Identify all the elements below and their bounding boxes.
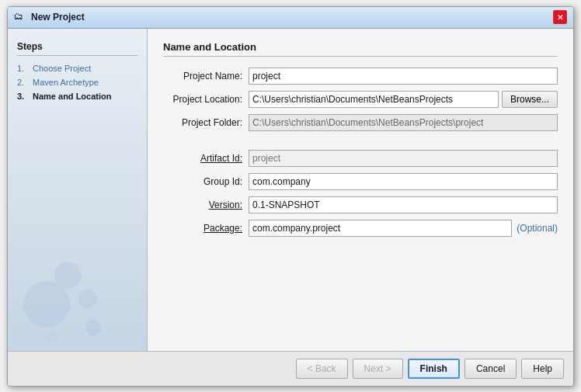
new-project-dialog: 🗂 New Project ✕ Steps 1. Choose Project … <box>7 6 574 387</box>
project-name-row: Project Name: <box>163 68 558 85</box>
finish-button[interactable]: Finish <box>408 359 460 379</box>
project-location-input[interactable] <box>249 91 499 108</box>
bubble-3 <box>78 289 97 308</box>
project-location-row: Project Location: Browse... <box>163 91 558 108</box>
bubble-4 <box>85 320 101 335</box>
next-button[interactable]: Next > <box>353 359 403 379</box>
project-name-input[interactable] <box>249 68 558 85</box>
package-row: Package: (Optional) <box>163 220 558 237</box>
project-folder-label: Project Folder: <box>163 117 249 128</box>
bubble-2 <box>54 262 82 289</box>
sidebar: Steps 1. Choose Project 2. Maven Archety… <box>8 29 148 351</box>
main-content: Name and Location Project Name: Project … <box>148 29 573 351</box>
close-button[interactable]: ✕ <box>553 10 567 24</box>
group-id-label: Group Id: <box>163 176 249 187</box>
version-row: Version: <box>163 196 558 213</box>
title-bar-left: 🗂 New Project <box>14 11 85 23</box>
back-button[interactable]: < Back <box>296 359 348 379</box>
dialog-body: Steps 1. Choose Project 2. Maven Archety… <box>8 29 573 351</box>
artifact-id-row: Artifact Id: <box>163 150 558 167</box>
project-location-label: Project Location: <box>163 94 249 105</box>
title-bar: 🗂 New Project ✕ <box>8 7 573 29</box>
version-label: Version: <box>163 199 249 210</box>
step-1-label: Choose Project <box>33 64 91 73</box>
group-id-input[interactable] <box>249 173 558 190</box>
sidebar-title: Steps <box>17 41 137 56</box>
form-spacer <box>163 137 558 150</box>
dialog-icon: 🗂 <box>14 11 26 23</box>
package-label: Package: <box>163 223 249 234</box>
project-name-label: Project Name: <box>163 71 249 82</box>
step-3-label: Name and Location <box>33 92 111 101</box>
sidebar-decoration <box>8 258 147 351</box>
help-button[interactable]: Help <box>521 359 564 379</box>
project-folder-row: Project Folder: <box>163 114 558 131</box>
dialog-footer: < Back Next > Finish Cancel Help <box>8 351 573 386</box>
group-id-row: Group Id: <box>163 173 558 190</box>
package-input[interactable] <box>249 220 512 237</box>
step-1: 1. Choose Project <box>17 64 137 73</box>
project-folder-input <box>249 114 558 131</box>
step-2-number: 2. <box>17 78 30 87</box>
step-2-label: Maven Archetype <box>33 78 99 87</box>
browse-button[interactable]: Browse... <box>502 91 558 108</box>
version-input[interactable] <box>249 196 558 213</box>
steps-list: 1. Choose Project 2. Maven Archetype 3. … <box>17 64 137 101</box>
step-3-number: 3. <box>17 92 30 101</box>
dialog-title: New Project <box>31 12 85 23</box>
bubble-5 <box>47 331 58 343</box>
artifact-id-input[interactable] <box>249 150 558 167</box>
step-3: 3. Name and Location <box>17 92 137 101</box>
artifact-id-label: Artifact Id: <box>163 153 249 164</box>
step-1-number: 1. <box>17 64 30 73</box>
cancel-button[interactable]: Cancel <box>464 359 517 379</box>
optional-label: (Optional) <box>517 223 558 234</box>
step-2: 2. Maven Archetype <box>17 78 137 87</box>
section-title: Name and Location <box>163 41 558 57</box>
